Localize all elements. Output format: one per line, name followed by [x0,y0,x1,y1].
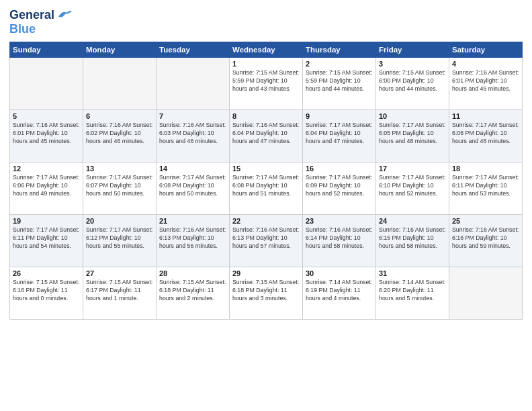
cell-content: Sunrise: 7:14 AM Sunset: 6:20 PM Dayligh… [379,279,446,303]
day-number: 22 [232,217,300,225]
day-number: 1 [232,60,300,68]
calendar-cell: 26Sunrise: 7:15 AM Sunset: 6:16 PM Dayli… [10,267,83,320]
cell-content: Sunrise: 7:17 AM Sunset: 6:10 PM Dayligh… [379,174,446,198]
logo-bird-icon [57,9,72,19]
cell-content: Sunrise: 7:16 AM Sunset: 6:02 PM Dayligh… [86,122,153,146]
calendar-cell: 23Sunrise: 7:16 AM Sunset: 6:14 PM Dayli… [303,215,376,267]
cell-content: Sunrise: 7:17 AM Sunset: 6:08 PM Dayligh… [159,174,226,198]
day-number: 27 [86,269,153,277]
cell-content: Sunrise: 7:15 AM Sunset: 6:16 PM Dayligh… [13,279,80,303]
weekday-header-wednesday: Wednesday [230,42,303,58]
day-number: 21 [159,217,226,225]
calendar-cell: 30Sunrise: 7:14 AM Sunset: 6:19 PM Dayli… [303,267,376,320]
calendar-week-4: 19Sunrise: 7:17 AM Sunset: 6:11 PM Dayli… [10,215,523,267]
calendar-cell: 3Sunrise: 7:15 AM Sunset: 6:00 PM Daylig… [376,58,449,110]
calendar-cell: 9Sunrise: 7:17 AM Sunset: 6:04 PM Daylig… [303,110,376,163]
day-number: 13 [86,165,153,173]
cell-content: Sunrise: 7:16 AM Sunset: 6:13 PM Dayligh… [159,226,226,250]
day-number: 4 [452,60,519,68]
day-number: 8 [232,112,300,120]
calendar-cell: 18Sunrise: 7:17 AM Sunset: 6:11 PM Dayli… [449,163,523,215]
day-number: 29 [232,269,300,277]
calendar-cell: 28Sunrise: 7:15 AM Sunset: 6:18 PM Dayli… [157,267,230,320]
weekday-header-saturday: Saturday [449,42,523,58]
day-number: 3 [379,60,446,68]
logo: General Blue [9,8,72,36]
calendar-cell: 6Sunrise: 7:16 AM Sunset: 6:02 PM Daylig… [83,110,157,163]
calendar-cell [157,58,230,110]
cell-content: Sunrise: 7:17 AM Sunset: 6:09 PM Dayligh… [306,174,373,198]
day-number: 16 [306,165,373,173]
cell-content: Sunrise: 7:15 AM Sunset: 6:00 PM Dayligh… [379,69,446,93]
calendar-week-1: 1Sunrise: 7:15 AM Sunset: 5:59 PM Daylig… [10,58,523,110]
calendar-cell: 19Sunrise: 7:17 AM Sunset: 6:11 PM Dayli… [10,215,83,267]
page: General Blue SundayMondayTuesdayWednesda… [0,0,532,411]
day-number: 2 [306,60,373,68]
header: General Blue [9,8,523,36]
calendar-cell: 15Sunrise: 7:17 AM Sunset: 6:08 PM Dayli… [230,163,303,215]
logo-blue: Blue [9,22,36,36]
weekday-header-tuesday: Tuesday [157,42,230,58]
cell-content: Sunrise: 7:16 AM Sunset: 6:04 PM Dayligh… [232,122,300,146]
calendar-cell [83,58,157,110]
calendar-cell: 2Sunrise: 7:15 AM Sunset: 5:59 PM Daylig… [303,58,376,110]
day-number: 18 [452,165,519,173]
day-number: 5 [13,112,80,120]
day-number: 7 [159,112,226,120]
calendar-cell: 4Sunrise: 7:16 AM Sunset: 6:01 PM Daylig… [449,58,523,110]
day-number: 19 [13,217,80,225]
day-number: 6 [86,112,153,120]
cell-content: Sunrise: 7:15 AM Sunset: 6:18 PM Dayligh… [232,279,300,303]
calendar-cell: 13Sunrise: 7:17 AM Sunset: 6:07 PM Dayli… [83,163,157,215]
day-number: 11 [452,112,519,120]
calendar-cell: 14Sunrise: 7:17 AM Sunset: 6:08 PM Dayli… [157,163,230,215]
calendar-cell: 31Sunrise: 7:14 AM Sunset: 6:20 PM Dayli… [376,267,449,320]
day-number: 10 [379,112,446,120]
calendar-week-3: 12Sunrise: 7:17 AM Sunset: 6:06 PM Dayli… [10,163,523,215]
day-number: 9 [306,112,373,120]
day-number: 31 [379,269,446,277]
calendar-cell: 1Sunrise: 7:15 AM Sunset: 5:59 PM Daylig… [230,58,303,110]
calendar-table: SundayMondayTuesdayWednesdayThursdayFrid… [9,42,523,320]
logo-general: General [9,8,54,22]
cell-content: Sunrise: 7:16 AM Sunset: 6:13 PM Dayligh… [232,226,300,250]
weekday-header-sunday: Sunday [10,42,83,58]
calendar-cell: 7Sunrise: 7:16 AM Sunset: 6:03 PM Daylig… [157,110,230,163]
calendar-cell: 21Sunrise: 7:16 AM Sunset: 6:13 PM Dayli… [157,215,230,267]
day-number: 25 [452,217,519,225]
cell-content: Sunrise: 7:16 AM Sunset: 6:01 PM Dayligh… [13,122,80,146]
calendar-cell: 25Sunrise: 7:16 AM Sunset: 6:16 PM Dayli… [449,215,523,267]
day-number: 23 [306,217,373,225]
day-number: 28 [159,269,226,277]
cell-content: Sunrise: 7:16 AM Sunset: 6:14 PM Dayligh… [306,226,373,250]
calendar-week-5: 26Sunrise: 7:15 AM Sunset: 6:16 PM Dayli… [10,267,523,320]
calendar-cell [449,267,523,320]
cell-content: Sunrise: 7:17 AM Sunset: 6:07 PM Dayligh… [86,174,153,198]
cell-content: Sunrise: 7:16 AM Sunset: 6:03 PM Dayligh… [159,122,226,146]
calendar-cell: 29Sunrise: 7:15 AM Sunset: 6:18 PM Dayli… [230,267,303,320]
cell-content: Sunrise: 7:17 AM Sunset: 6:12 PM Dayligh… [86,226,153,250]
weekday-header-thursday: Thursday [303,42,376,58]
calendar-header-row: SundayMondayTuesdayWednesdayThursdayFrid… [10,42,523,58]
weekday-header-friday: Friday [376,42,449,58]
day-number: 26 [13,269,80,277]
cell-content: Sunrise: 7:17 AM Sunset: 6:08 PM Dayligh… [232,174,300,198]
cell-content: Sunrise: 7:17 AM Sunset: 6:06 PM Dayligh… [13,174,80,198]
cell-content: Sunrise: 7:16 AM Sunset: 6:16 PM Dayligh… [452,226,519,250]
day-number: 30 [306,269,373,277]
calendar-cell: 27Sunrise: 7:15 AM Sunset: 6:17 PM Dayli… [83,267,157,320]
cell-content: Sunrise: 7:17 AM Sunset: 6:05 PM Dayligh… [379,122,446,146]
weekday-header-monday: Monday [83,42,157,58]
cell-content: Sunrise: 7:17 AM Sunset: 6:11 PM Dayligh… [452,174,519,198]
day-number: 12 [13,165,80,173]
calendar-cell: 12Sunrise: 7:17 AM Sunset: 6:06 PM Dayli… [10,163,83,215]
calendar-week-2: 5Sunrise: 7:16 AM Sunset: 6:01 PM Daylig… [10,110,523,163]
day-number: 14 [159,165,226,173]
calendar-cell: 17Sunrise: 7:17 AM Sunset: 6:10 PM Dayli… [376,163,449,215]
calendar-cell: 22Sunrise: 7:16 AM Sunset: 6:13 PM Dayli… [230,215,303,267]
cell-content: Sunrise: 7:17 AM Sunset: 6:11 PM Dayligh… [13,226,80,250]
cell-content: Sunrise: 7:14 AM Sunset: 6:19 PM Dayligh… [306,279,373,303]
day-number: 20 [86,217,153,225]
cell-content: Sunrise: 7:17 AM Sunset: 6:04 PM Dayligh… [306,122,373,146]
cell-content: Sunrise: 7:15 AM Sunset: 5:59 PM Dayligh… [232,69,300,93]
